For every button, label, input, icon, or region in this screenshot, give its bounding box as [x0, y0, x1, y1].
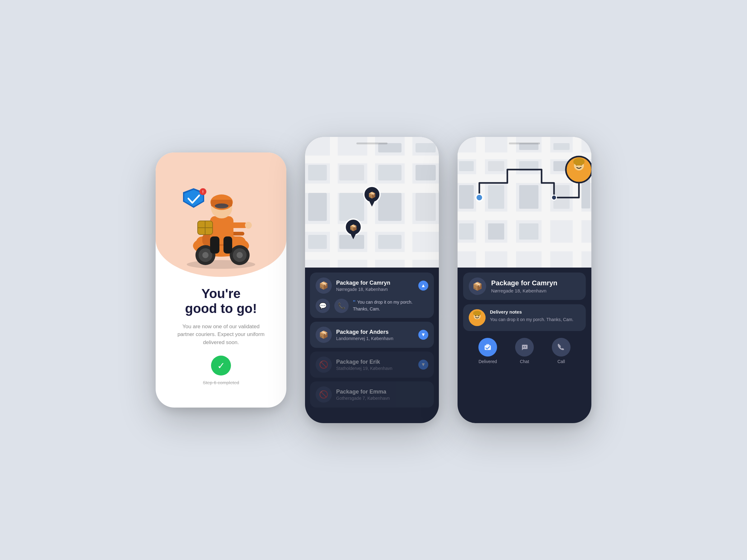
map-area-3: [458, 137, 591, 268]
package-card-header-emma: 🚫 Package for Emma Gothersgade 7, Københ…: [316, 386, 428, 403]
svg-point-19: [215, 204, 229, 209]
map-svg-2: 📦 📦: [305, 137, 439, 268]
action-chat[interactable]: Chat: [515, 338, 534, 364]
detail-pkg-info: Package for Camryn Nørregade 18, Københa…: [491, 279, 558, 293]
package-card-emma[interactable]: 🚫 Package for Emma Gothersgade 7, Københ…: [310, 381, 434, 407]
svg-rect-48: [378, 235, 402, 249]
svg-rect-36: [308, 165, 327, 181]
package-info-camryn: Package for Camryn Nørregade 18, Københa…: [336, 280, 414, 292]
call-icon: [552, 338, 570, 356]
svg-rect-71: [553, 143, 570, 150]
map-area-2: 📦 📦: [305, 137, 439, 268]
svg-rect-35: [305, 252, 439, 260]
screen-1-phone: ! You're good to go! You are now one of …: [156, 153, 286, 407]
svg-point-10: [236, 252, 243, 258]
svg-rect-74: [459, 223, 474, 240]
hero-area: !: [156, 153, 286, 277]
package-addr-emma: Gothersgade 7, København: [336, 396, 428, 401]
chat-btn-camryn[interactable]: 💬: [316, 299, 330, 313]
phone-notch: [356, 142, 387, 144]
package-addr-anders: Landommervej 1, København: [336, 336, 414, 341]
package-info-emma: Package for Emma Gothersgade 7, Københav…: [336, 389, 428, 401]
delivered-icon: [479, 338, 497, 356]
screen-2-phone: 📦 📦 📦 Package for Camryn Nørregade 18, K…: [305, 137, 439, 423]
svg-rect-89: [473, 319, 482, 325]
svg-rect-76: [519, 223, 538, 240]
svg-rect-65: [459, 185, 474, 209]
courier-illustration: !: [171, 159, 271, 271]
svg-rect-75: [488, 223, 504, 240]
package-info-erik: Package for Erik Statholdervej 19, Køben…: [336, 359, 414, 371]
svg-rect-45: [415, 193, 436, 221]
svg-rect-41: [378, 165, 402, 181]
svg-rect-34: [305, 224, 439, 232]
detail-pkg-addr: Nørregade 18, København: [491, 288, 558, 293]
package-card-header-anders: 📦 Package for Anders Landommervej 1, Køb…: [316, 327, 428, 343]
expand-btn-camryn[interactable]: ▲: [418, 281, 428, 291]
notes-text: You can drop it on my porch. Thanks, Cam…: [490, 316, 580, 323]
svg-rect-44: [415, 165, 436, 181]
svg-point-96: [525, 346, 526, 348]
delivery-notes-card: Delivery notes You can drop it on my por…: [463, 304, 586, 331]
svg-rect-46: [308, 235, 327, 249]
svg-rect-39: [339, 193, 364, 221]
chat-icon: [515, 338, 534, 356]
svg-rect-47: [339, 235, 364, 249]
action-bar: Delivered Chat Call: [463, 336, 586, 365]
expand-btn-anders[interactable]: ▼: [418, 330, 428, 340]
svg-point-7: [202, 252, 209, 258]
detail-panel: 📦 Package for Camryn Nørregade 18, Køben…: [458, 268, 591, 423]
svg-rect-33: [405, 137, 412, 268]
svg-rect-37: [308, 193, 327, 221]
recipient-avatar: [469, 309, 486, 326]
package-icon-erik: 🚫: [316, 356, 332, 373]
sub-text: You are now one of our validated partner…: [177, 323, 264, 347]
svg-rect-64: [459, 161, 474, 171]
svg-rect-12: [210, 236, 220, 254]
package-addr-erik: Statholdervej 19, København: [336, 366, 414, 371]
detail-pkg-title: Package for Camryn: [491, 279, 558, 287]
svg-point-95: [523, 346, 524, 348]
svg-text:📦: 📦: [350, 224, 357, 232]
package-card-erik[interactable]: 🚫 Package for Erik Statholdervej 19, Køb…: [310, 351, 434, 378]
svg-rect-86: [573, 161, 585, 163]
package-info-anders: Package for Anders Landommervej 1, Køben…: [336, 329, 414, 341]
svg-rect-67: [488, 185, 504, 209]
expand-btn-erik[interactable]: ▼: [418, 359, 428, 370]
package-addr-camryn: Nørregade 18, København: [336, 287, 414, 292]
svg-rect-43: [415, 143, 436, 153]
svg-text:📦: 📦: [368, 191, 376, 199]
svg-rect-94: [486, 344, 489, 346]
package-title-anders: Package for Anders: [336, 329, 414, 336]
svg-point-15: [245, 222, 252, 229]
note-text-camryn: "You can drop it on my porch. Thanks, Ca…: [353, 299, 428, 312]
package-card-camryn[interactable]: 📦 Package for Camryn Nørregade 18, Køben…: [310, 272, 434, 318]
notes-content: Delivery notes You can drop it on my por…: [490, 309, 580, 323]
svg-rect-40: [378, 143, 402, 153]
package-title-erik: Package for Erik: [336, 359, 414, 365]
svg-rect-38: [339, 165, 364, 181]
call-label: Call: [558, 359, 565, 364]
call-btn-camryn[interactable]: 📞: [334, 299, 349, 313]
svg-rect-62: [542, 137, 550, 268]
package-card-header-erik: 🚫 Package for Erik Statholdervej 19, Køb…: [316, 356, 428, 373]
svg-rect-66: [488, 161, 504, 171]
phone-notch-3: [509, 142, 540, 144]
detail-header-card: 📦 Package for Camryn Nørregade 18, Køben…: [463, 272, 586, 300]
chat-label: Chat: [520, 359, 529, 364]
package-card-anders[interactable]: 📦 Package for Anders Landommervej 1, Køb…: [310, 322, 434, 348]
package-actions-camryn: 💬 📞 "You can drop it on my porch. Thanks…: [316, 297, 428, 313]
svg-point-92: [473, 311, 481, 316]
package-icon-emma: 🚫: [316, 386, 332, 403]
quote-mark: ": [353, 299, 356, 306]
detail-pkg-icon: 📦: [469, 277, 486, 295]
delivered-label: Delivered: [479, 359, 497, 364]
svg-rect-31: [330, 137, 338, 268]
svg-point-78: [476, 194, 483, 201]
completion-check: ✓: [211, 355, 231, 375]
svg-rect-42: [378, 193, 402, 221]
action-call[interactable]: Call: [552, 338, 570, 364]
screen-3-phone: 📦 Package for Camryn Nørregade 18, Køben…: [458, 137, 591, 423]
action-delivered[interactable]: Delivered: [479, 338, 497, 364]
package-icon-camryn: 📦: [316, 277, 332, 294]
